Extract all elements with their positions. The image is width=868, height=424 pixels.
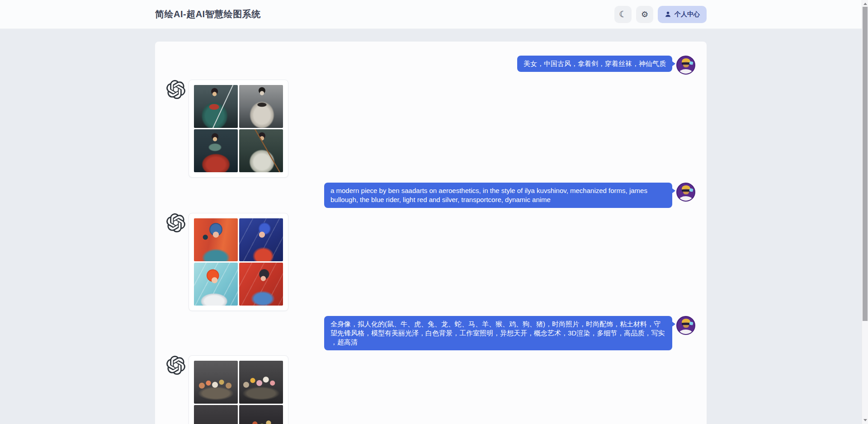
generated-image[interactable] <box>239 218 283 261</box>
chat-message-assistant <box>166 213 695 311</box>
bubble-tail <box>672 321 675 327</box>
user-avatar[interactable] <box>676 56 695 75</box>
chat-area: 美女，中国古风，拿着剑，穿着丝袜，神仙气质 <box>0 42 868 424</box>
generated-image[interactable] <box>194 263 238 306</box>
app-header: 简绘AI-超AI智慧绘图系统 ☾ ⚙ 个人中心 <box>0 0 868 29</box>
generated-image[interactable] <box>194 405 238 424</box>
generated-image[interactable] <box>239 263 283 306</box>
chat-message-user: 全身像，拟人化的(鼠、牛、虎、兔、龙、蛇、马、羊、猴、鸡、狗、猪)，时尚照片，时… <box>166 316 695 350</box>
user-message-text: 全身像，拟人化的(鼠、牛、虎、兔、龙、蛇、马、羊、猴、鸡、狗、猪)，时尚照片，时… <box>330 320 665 346</box>
generated-image-card[interactable] <box>189 355 288 424</box>
theme-toggle-button[interactable]: ☾ <box>614 6 632 23</box>
generated-image-card[interactable] <box>189 80 288 178</box>
image-grid <box>194 218 283 306</box>
openai-logo-icon <box>166 213 185 232</box>
generated-image[interactable] <box>239 129 283 172</box>
user-message-text: 美女，中国古风，拿着剑，穿着丝袜，神仙气质 <box>524 60 666 67</box>
bubble-tail <box>672 188 675 193</box>
scrollbar-thumb[interactable] <box>863 7 868 321</box>
generated-image[interactable] <box>194 361 238 404</box>
profile-button[interactable]: 个人中心 <box>658 6 707 23</box>
scrollbar-up-arrow[interactable] <box>862 0 868 7</box>
image-grid <box>194 85 283 172</box>
moon-icon: ☾ <box>619 10 627 19</box>
bubble-tail <box>672 61 675 66</box>
openai-logo-icon <box>166 356 185 375</box>
scrollbar-down-arrow[interactable] <box>862 417 868 424</box>
app-title: 简绘AI-超AI智慧绘图系统 <box>155 8 261 20</box>
generated-image-card[interactable] <box>189 213 288 311</box>
user-avatar[interactable] <box>676 183 695 202</box>
chat-message-assistant <box>166 355 695 424</box>
user-icon <box>665 11 671 18</box>
user-message-bubble: 美女，中国古风，拿着剑，穿着丝袜，神仙气质 <box>517 56 672 72</box>
generated-image[interactable] <box>194 129 238 172</box>
user-message-bubble: a modern piece by ben saadarts on aeroes… <box>324 183 672 208</box>
chat-message-assistant <box>166 80 695 178</box>
generated-image[interactable] <box>239 85 283 128</box>
profile-button-label: 个人中心 <box>675 10 700 19</box>
openai-logo-icon <box>166 80 185 99</box>
chat-message-user: a modern piece by ben saadarts on aeroes… <box>166 183 695 208</box>
header-actions: ☾ ⚙ 个人中心 <box>614 6 707 23</box>
generated-image[interactable] <box>194 85 238 128</box>
generated-image[interactable] <box>239 405 283 424</box>
user-message-bubble: 全身像，拟人化的(鼠、牛、虎、兔、龙、蛇、马、羊、猴、鸡、狗、猪)，时尚照片，时… <box>324 316 672 350</box>
user-avatar[interactable] <box>676 316 695 335</box>
chat-panel: 美女，中国古风，拿着剑，穿着丝袜，神仙气质 <box>155 42 707 424</box>
gear-icon: ⚙ <box>641 10 648 19</box>
generated-image[interactable] <box>194 218 238 261</box>
chat-message-user: 美女，中国古风，拿着剑，穿着丝袜，神仙气质 <box>166 56 695 75</box>
user-message-text: a modern piece by ben saadarts on aeroes… <box>330 187 647 203</box>
image-grid <box>194 361 283 424</box>
settings-button[interactable]: ⚙ <box>636 6 653 23</box>
generated-image[interactable] <box>239 361 283 404</box>
scrollbar[interactable] <box>862 0 868 424</box>
